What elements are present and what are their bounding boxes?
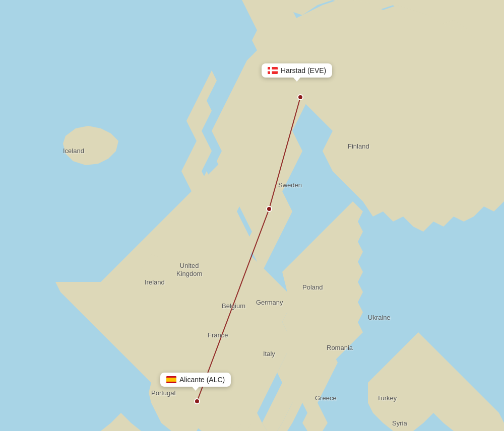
- svg-point-4: [298, 95, 303, 100]
- svg-point-5: [195, 399, 200, 404]
- svg-point-3: [267, 206, 272, 211]
- map-svg: [0, 0, 504, 431]
- map-container: Iceland Ireland UnitedKingdom Belgium Fr…: [0, 0, 504, 431]
